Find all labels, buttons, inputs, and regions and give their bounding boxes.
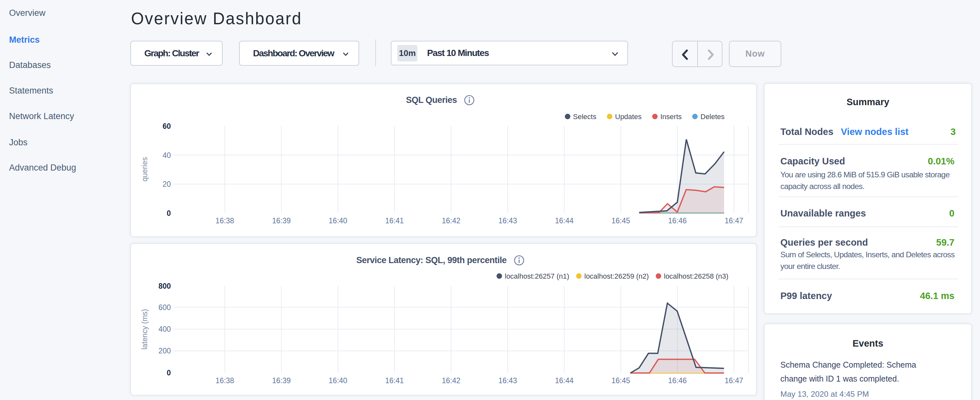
- svg-text:16:42: 16:42: [442, 376, 461, 385]
- svg-text:16:39: 16:39: [272, 376, 291, 385]
- svg-text:800: 800: [159, 282, 171, 290]
- svg-text:16:46: 16:46: [668, 376, 687, 385]
- svg-text:16:39: 16:39: [272, 217, 291, 225]
- svg-text:16:46: 16:46: [668, 217, 687, 225]
- svg-text:queries: queries: [140, 157, 149, 181]
- svg-text:16:47: 16:47: [725, 217, 743, 225]
- svg-text:16:43: 16:43: [498, 217, 517, 225]
- svg-text:16:41: 16:41: [385, 376, 404, 385]
- svg-text:16:41: 16:41: [385, 217, 404, 225]
- svg-text:latency (ms): latency (ms): [140, 309, 149, 349]
- svg-text:localhost:26257 (n1): localhost:26257 (n1): [505, 272, 569, 280]
- svg-text:16:43: 16:43: [498, 376, 517, 385]
- svg-text:Selects: Selects: [573, 113, 596, 121]
- svg-text:16:40: 16:40: [329, 217, 347, 225]
- svg-text:16:45: 16:45: [611, 217, 630, 225]
- svg-text:localhost:26258 (n3): localhost:26258 (n3): [664, 272, 728, 280]
- svg-text:16:45: 16:45: [611, 376, 630, 385]
- svg-text:localhost:26259 (n2): localhost:26259 (n2): [584, 272, 649, 280]
- svg-text:Deletes: Deletes: [700, 113, 725, 121]
- svg-text:40: 40: [162, 151, 171, 159]
- svg-text:Updates: Updates: [615, 113, 641, 121]
- svg-text:600: 600: [159, 303, 171, 312]
- svg-text:0: 0: [167, 209, 171, 217]
- svg-text:16:42: 16:42: [442, 217, 461, 225]
- svg-text:16:38: 16:38: [215, 217, 234, 225]
- svg-text:16:44: 16:44: [555, 217, 574, 225]
- svg-text:20: 20: [162, 180, 171, 188]
- svg-text:16:38: 16:38: [215, 376, 234, 385]
- svg-text:200: 200: [159, 347, 171, 355]
- svg-text:16:47: 16:47: [725, 376, 743, 385]
- svg-text:16:44: 16:44: [555, 376, 574, 385]
- svg-text:Inserts: Inserts: [660, 113, 682, 121]
- svg-text:60: 60: [162, 122, 171, 131]
- svg-text:16:40: 16:40: [329, 376, 347, 385]
- svg-text:400: 400: [159, 325, 171, 333]
- svg-text:0: 0: [167, 369, 171, 377]
